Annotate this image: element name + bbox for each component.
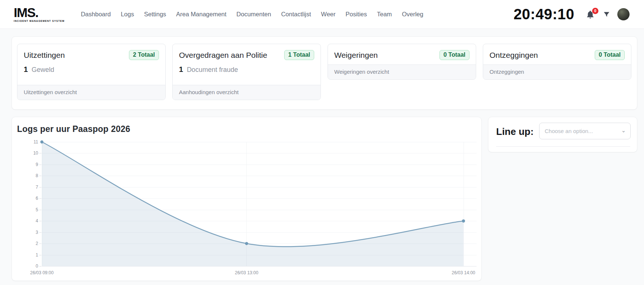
lineup-select[interactable]: Choose an option... ⌄ (539, 123, 631, 139)
logs-chart-card: Logs per uur Paaspop 2026 01234567891011… (11, 117, 482, 281)
y-axis-label: 11 (34, 139, 38, 145)
stat-footer-link[interactable]: Aanhoudingen overzicht (173, 85, 321, 100)
data-point-marker (462, 219, 465, 222)
stat-footer-link[interactable]: Weigeringen overzicht (328, 64, 476, 79)
y-axis-label: 8 (36, 173, 38, 178)
top-navbar: IMS. INCIDENT MANAGEMENT SYSTEM Dashboar… (0, 0, 644, 29)
nav-item-documenten[interactable]: Documenten (236, 11, 271, 18)
y-axis-label: 1 (36, 252, 38, 258)
main-nav: Dashboard Logs Settings Area Management … (81, 11, 423, 18)
chart-series-svg (42, 142, 477, 266)
stats-overview: Uitzettingen 2 Totaal 1 Geweld Uitzettin… (11, 36, 637, 110)
notifications-button[interactable]: 0 (585, 9, 596, 20)
lineup-divider (496, 146, 630, 147)
y-axis-tick (39, 210, 42, 210)
y-axis-tick (39, 198, 42, 199)
stat-total-badge: 2 Totaal (129, 50, 159, 60)
stat-footer-link[interactable]: Ontzeggingen (483, 64, 631, 79)
stat-total-badge: 0 Totaal (439, 50, 469, 60)
lineup-panel: Line up: Choose an option... ⌄ (488, 117, 637, 152)
y-axis-label: 0 (36, 264, 38, 269)
y-axis-label: 5 (36, 207, 38, 212)
y-axis-tick (39, 221, 42, 221)
data-point-marker (40, 140, 43, 143)
y-axis-label: 3 (36, 230, 38, 235)
stat-card-overgedragen-politie: Overgedragen aan Politie 1 Totaal 1 Docu… (172, 44, 321, 100)
y-axis-tick (39, 176, 42, 176)
chart-plot-area: 0123456789101126/03 09:0026/03 13:0026/0… (42, 142, 477, 266)
logo-title: IMS. (14, 6, 64, 19)
y-axis-tick (39, 232, 42, 233)
stat-count: 1 (24, 65, 28, 74)
lineup-select-placeholder: Choose an option... (545, 128, 621, 134)
y-axis-tick (39, 266, 42, 266)
x-axis-label: 26/03 13:00 (235, 270, 258, 275)
y-axis-label: 4 (36, 218, 38, 223)
nav-item-dashboard[interactable]: Dashboard (81, 11, 111, 18)
chart-title: Logs per uur Paaspop 2026 (17, 124, 476, 134)
stat-count-label: Document fraude (187, 66, 238, 74)
stat-total-badge: 1 Totaal (284, 50, 314, 60)
y-axis-label: 7 (36, 185, 38, 190)
stat-card-uitzettingen: Uitzettingen 2 Totaal 1 Geweld Uitzettin… (17, 44, 166, 100)
stat-card-ontzeggingen: Ontzeggingen 0 Totaal Ontzeggingen (483, 44, 631, 80)
stat-card-weigeringen: Weigeringen 0 Totaal Weigeringen overzic… (328, 44, 476, 80)
logo-subtitle: INCIDENT MANAGEMENT SYSTEM (14, 20, 64, 23)
filter-icon (602, 10, 611, 19)
notification-badge: 0 (592, 8, 598, 14)
logs-per-uur-chart: 0123456789101126/03 09:0026/03 13:0026/0… (17, 134, 476, 276)
y-axis-tick (39, 255, 42, 255)
y-axis-label: 6 (36, 196, 38, 201)
nav-item-team[interactable]: Team (377, 11, 392, 18)
nav-item-contactlijst[interactable]: Contactlijst (281, 11, 311, 18)
stat-breakdown-row: 1 Geweld (17, 64, 165, 80)
y-axis-tick (39, 153, 42, 153)
gridline-y (42, 266, 477, 266)
nav-item-weer[interactable]: Weer (321, 11, 335, 18)
nav-item-overleg[interactable]: Overleg (402, 11, 424, 18)
stat-count: 1 (179, 65, 183, 74)
stat-total-badge: 0 Totaal (595, 50, 625, 60)
y-axis-tick (39, 243, 42, 244)
app-logo[interactable]: IMS. INCIDENT MANAGEMENT SYSTEM (14, 6, 64, 23)
stat-card-title: Overgedragen aan Politie (179, 51, 267, 60)
nav-item-posities[interactable]: Posities (345, 11, 367, 18)
stat-count-label: Geweld (31, 66, 54, 74)
chevron-down-icon: ⌄ (621, 127, 626, 133)
nav-item-area-management[interactable]: Area Management (176, 11, 226, 18)
y-axis-tick (39, 187, 42, 188)
y-axis-label: 10 (33, 150, 38, 156)
y-axis-label: 2 (36, 241, 38, 246)
dashboard-content: Uitzettingen 2 Totaal 1 Geweld Uitzettin… (11, 36, 637, 281)
y-axis-label: 9 (36, 162, 38, 167)
stat-card-title: Ontzeggingen (489, 51, 538, 60)
y-axis-tick (39, 165, 42, 165)
data-point-marker (245, 242, 248, 245)
stat-footer-link[interactable]: Uitzettingen overzicht (17, 85, 165, 100)
nav-item-logs[interactable]: Logs (121, 11, 134, 18)
x-axis-label: 26/03 14:00 (452, 270, 475, 275)
series-area-fill (42, 142, 464, 266)
filter-button[interactable] (602, 10, 611, 19)
stat-card-title: Uitzettingen (24, 51, 65, 60)
x-axis-label: 26/03 09:00 (30, 270, 53, 275)
lineup-label: Line up: (496, 126, 534, 137)
stat-breakdown-row: 1 Document fraude (173, 64, 321, 80)
user-avatar[interactable] (617, 8, 630, 20)
header-right-cluster: 20:49:10 0 (514, 6, 630, 23)
nav-item-settings[interactable]: Settings (144, 11, 166, 18)
live-clock: 20:49:10 (514, 6, 574, 23)
stat-card-title: Weigeringen (334, 51, 378, 60)
